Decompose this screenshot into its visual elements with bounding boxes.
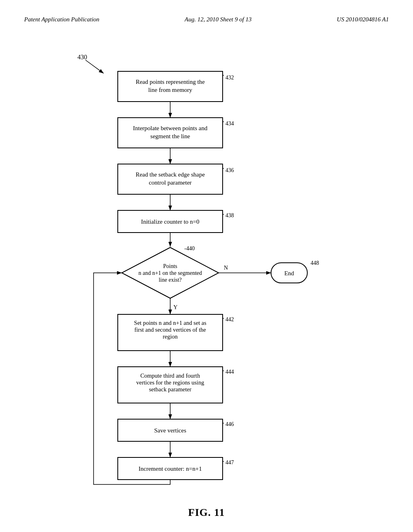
box-444-text-line1: Compute third and fourth <box>140 372 200 379</box>
label-432: 432 <box>225 75 234 81</box>
label-Y: Y <box>173 304 177 310</box>
box-442-text-line2: first and second vertices of the <box>134 326 206 333</box>
box-444-text-line2: vertices for the regions using <box>136 379 204 386</box>
box-444-text-line3: setback parameter <box>149 386 191 393</box>
label-430: 430 <box>77 54 87 60</box>
label-446: 446 <box>225 421 234 427</box>
box-434-text-line2: segment the line <box>150 133 190 139</box>
box-442-text-line3: region <box>163 333 178 340</box>
label-442: 442 <box>225 316 234 322</box>
header-center: Aug. 12, 2010 Sheet 9 of 13 <box>185 16 252 23</box>
box-442-text-line1: Set points n and n+1 and set as <box>134 320 206 326</box>
diamond-440-text-line1: Points <box>163 263 177 269</box>
diagram-area: 430 Read points representing the line fr… <box>0 27 413 532</box>
diamond-440-text-line2: n and n+1 on the segmented <box>138 270 202 276</box>
box-436-text-line2: control parameter <box>149 179 192 186</box>
box-446-text: Save vertices <box>154 427 186 434</box>
label-438: 438 <box>225 212 234 218</box>
box-447-text: Increment counter: n=n+1 <box>139 466 202 472</box>
end-text: End <box>284 270 294 276</box>
diamond-440-text-line3: line exist? <box>159 277 181 283</box>
header-left: Patent Application Publication <box>24 16 99 23</box>
box-434-text-line1: Interpolate between points and <box>133 125 208 131</box>
flowchart-svg: 430 Read points representing the line fr… <box>41 35 372 499</box>
figure-caption: FIG. 11 <box>0 507 413 519</box>
arrow-430 <box>86 60 104 73</box>
label-447: 447 <box>225 459 234 466</box>
label-444: 444 <box>225 369 234 375</box>
box-432-text-line2: line from memory <box>148 87 192 93</box>
box-438-text: Initialize counter to n=0 <box>141 218 200 225</box>
label-440: -440 <box>184 245 195 251</box>
label-434: 434 <box>225 121 234 127</box>
label-N: N <box>224 265 228 271</box>
box-436-text-line1: Read the setback edge shape <box>136 171 205 178</box>
header-right: US 2010/0204816 A1 <box>337 16 389 23</box>
page-header: Patent Application Publication Aug. 12, … <box>0 0 413 27</box>
label-448: 448 <box>311 260 319 266</box>
box-432-text-line1: Read points representing the <box>136 79 205 85</box>
page: Patent Application Publication Aug. 12, … <box>0 0 413 532</box>
label-436: 436 <box>225 167 234 173</box>
